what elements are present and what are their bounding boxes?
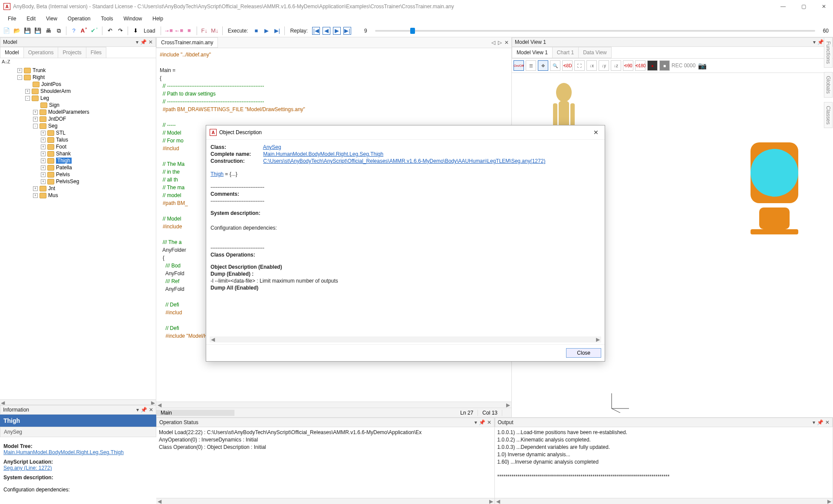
tree-item[interactable]: +Mus bbox=[1, 192, 155, 199]
tree-item[interactable]: +JntDOF bbox=[1, 115, 155, 122]
tree-item[interactable]: +Shank bbox=[1, 150, 155, 157]
slider-thumb[interactable] bbox=[410, 28, 415, 34]
expand-icon[interactable]: + bbox=[41, 179, 46, 184]
tree-item[interactable]: +Jnt bbox=[1, 185, 155, 192]
out-hscroll[interactable]: ◀▶ bbox=[495, 498, 833, 504]
menu-edit[interactable]: Edit bbox=[22, 14, 40, 23]
expand-icon[interactable]: - bbox=[17, 75, 22, 80]
cname-link[interactable]: Main.HumanModel.BodyModel.Right.Leg.Seg.… bbox=[263, 151, 383, 157]
saveall-icon[interactable]: 💾 bbox=[34, 27, 42, 35]
dropdown-icon[interactable]: ▾ bbox=[136, 407, 139, 413]
dropdown-icon[interactable]: ▾ bbox=[474, 419, 477, 425]
close-button[interactable]: Close bbox=[566, 348, 601, 358]
vx-icon[interactable]: ↓x bbox=[586, 60, 597, 71]
tab-dataview[interactable]: Data View bbox=[578, 47, 611, 58]
panel-close-icon[interactable]: ✕ bbox=[148, 39, 153, 45]
op-status-log[interactable]: Model Load(22:22) : C:\Users\st\AnyBodyT… bbox=[156, 427, 494, 498]
dialog-close-icon[interactable]: ✕ bbox=[591, 128, 601, 137]
close-button[interactable]: ✕ bbox=[818, 2, 830, 11]
expand-icon[interactable]: + bbox=[41, 172, 46, 177]
fit-icon[interactable]: ⛶ bbox=[574, 60, 585, 71]
tree-item[interactable]: -Right bbox=[1, 74, 155, 81]
expand-icon[interactable]: - bbox=[25, 96, 30, 101]
pin-icon[interactable]: 📌 bbox=[479, 419, 485, 425]
pan-icon[interactable]: ✥ bbox=[538, 60, 548, 71]
print-icon[interactable]: 🖶 bbox=[44, 27, 52, 35]
tab-model[interactable]: Model bbox=[0, 47, 24, 58]
tree-item[interactable]: +Trunk bbox=[1, 67, 155, 74]
tab-operations[interactable]: Operations bbox=[23, 47, 59, 58]
vtab-classes[interactable]: Classes bbox=[824, 102, 833, 128]
tree-item[interactable]: Sign bbox=[1, 102, 155, 109]
script-check-icon[interactable]: ✔᾿ bbox=[91, 27, 99, 35]
help-icon[interactable]: ? bbox=[70, 27, 78, 35]
m-icon[interactable]: M↓ bbox=[211, 27, 219, 35]
expand-icon[interactable]: + bbox=[41, 145, 46, 149]
info-class-link[interactable]: AnySeg bbox=[4, 429, 22, 435]
replay-first-icon[interactable]: |◀ bbox=[312, 27, 320, 35]
thigh-link[interactable]: Thigh bbox=[211, 171, 224, 177]
onoff-icon[interactable]: On/Off bbox=[514, 60, 524, 71]
tree-hscroll[interactable]: ◀▶ bbox=[0, 399, 156, 405]
load-label[interactable]: Load bbox=[142, 28, 157, 34]
vz-icon[interactable]: ↓z bbox=[611, 60, 621, 71]
tree-item[interactable]: +ModelParameters bbox=[1, 109, 155, 115]
tree-item[interactable]: +Patella bbox=[1, 164, 155, 171]
expand-icon[interactable]: + bbox=[41, 131, 46, 135]
class-link[interactable]: AnySeg bbox=[263, 144, 281, 150]
panel-close-icon[interactable]: ✕ bbox=[825, 419, 830, 425]
replay-slider[interactable] bbox=[375, 30, 815, 32]
tree-item[interactable]: JointPos bbox=[1, 81, 155, 88]
snapshot-icon[interactable]: 📷 bbox=[697, 60, 708, 71]
tab-close-icon[interactable]: ✕ bbox=[504, 40, 509, 46]
stop-icon[interactable]: ■ bbox=[252, 27, 260, 35]
pin-icon[interactable]: 📌 bbox=[141, 407, 147, 413]
op-hscroll[interactable]: ◀▶ bbox=[156, 498, 494, 504]
expand-icon[interactable]: + bbox=[33, 110, 38, 115]
replay-prev-icon[interactable]: ◀ bbox=[323, 27, 330, 35]
dialog-hscroll[interactable]: ◀▶ bbox=[210, 336, 601, 343]
menu-window[interactable]: Window bbox=[119, 14, 147, 23]
menu-operation[interactable]: Operation bbox=[63, 14, 95, 23]
copy-icon[interactable]: ⧉ bbox=[55, 27, 63, 35]
tab-next-icon[interactable]: ▷ bbox=[498, 40, 502, 46]
pin-icon[interactable]: 📌 bbox=[817, 39, 824, 45]
menu-view[interactable]: View bbox=[42, 14, 62, 23]
constr-link[interactable]: C:\Users\st\AnyBodyTech\AnyScript\Offici… bbox=[263, 158, 545, 164]
vtab-functions[interactable]: Functions bbox=[824, 37, 833, 68]
open-icon[interactable]: 📂 bbox=[13, 27, 21, 35]
f-icon[interactable]: F↓ bbox=[201, 27, 208, 35]
tab-files[interactable]: Files bbox=[86, 47, 106, 58]
tab-modelview1[interactable]: Model View 1 bbox=[512, 47, 553, 58]
tree-item[interactable]: +Talus bbox=[1, 136, 155, 143]
tree-item[interactable]: -Seg bbox=[1, 122, 155, 129]
panel-close-icon[interactable]: ✕ bbox=[149, 407, 153, 413]
tree-item[interactable]: -Leg bbox=[1, 95, 155, 102]
tree-item[interactable]: +PelvisSeg bbox=[1, 178, 155, 185]
vy-icon[interactable]: ↓y bbox=[599, 60, 609, 71]
tree-item[interactable]: +ShoulderArm bbox=[1, 88, 155, 95]
expand-icon[interactable]: + bbox=[41, 138, 46, 142]
record-icon[interactable]: ● bbox=[647, 60, 658, 71]
tab-prev-icon[interactable]: ◁ bbox=[491, 40, 495, 46]
play-icon[interactable]: ▶ bbox=[263, 27, 270, 35]
replay-last-icon[interactable]: ▶| bbox=[343, 27, 351, 35]
menu-file[interactable]: File bbox=[3, 14, 20, 23]
sort-button[interactable]: A↓Z bbox=[0, 58, 156, 65]
expand-icon[interactable]: + bbox=[17, 68, 22, 73]
r180-icon[interactable]: ⟲180 bbox=[635, 60, 645, 71]
tab-chart1[interactable]: Chart 1 bbox=[552, 47, 579, 58]
replay-next-icon[interactable]: ▶ bbox=[333, 27, 341, 35]
minimize-button[interactable]: — bbox=[777, 2, 789, 11]
tree-item[interactable]: +STL bbox=[1, 129, 155, 136]
model-tree-link[interactable]: Main.HumanModel.BodyModel.Right.Leg.Seg.… bbox=[3, 449, 153, 455]
expand-icon[interactable]: + bbox=[41, 165, 46, 170]
pin-icon[interactable]: 📌 bbox=[817, 419, 823, 425]
r90-icon[interactable]: ⟲90 bbox=[623, 60, 633, 71]
comment-icon[interactable]: ≡ bbox=[185, 27, 193, 35]
panel-close-icon[interactable]: ✕ bbox=[487, 419, 491, 425]
editor-hscroll[interactable]: ◀▶ bbox=[156, 402, 511, 408]
menu-tools[interactable]: Tools bbox=[97, 14, 118, 23]
new-icon[interactable]: 📄 bbox=[3, 27, 10, 35]
anyscript-link[interactable]: Seg.any (Line: 1272) bbox=[3, 465, 153, 471]
